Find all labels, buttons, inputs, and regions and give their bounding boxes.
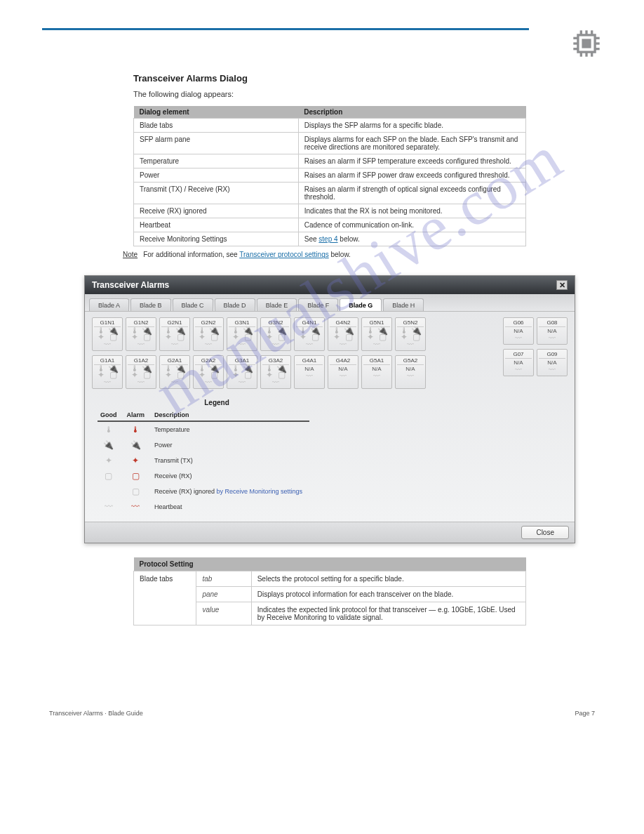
legend-th-desc: Description <box>152 409 309 421</box>
spec-desc: Raises an alarm if SFP temperature excee… <box>298 154 525 168</box>
legend-good-icon: 🔌 <box>98 437 124 453</box>
tab-blade-a[interactable]: Blade A <box>89 298 129 311</box>
legend-th-alarm: Alarm <box>124 409 152 421</box>
tab-blade-h[interactable]: Blade H <box>383 298 424 311</box>
legend-alarm-icon: 〰 <box>124 499 152 515</box>
sfp-card-g3n2[interactable]: G3N2🌡🔌✦▢〰 <box>260 317 291 351</box>
transceiver-alarms-dialog: Transceiver Alarms ✕ Blade ABlade BBlade… <box>84 275 575 543</box>
proto-kind: value <box>196 602 251 626</box>
sfp-card-g07[interactable]: G07N/A〰 <box>503 349 534 376</box>
spec-desc: Displays alarms for each SFP on the blad… <box>298 133 525 154</box>
sfp-card-g3a2[interactable]: G3A2🌡🔌✦▢〰 <box>260 355 291 389</box>
spec-key: Heartbeat <box>134 218 299 232</box>
proto-kind: tab <box>196 571 251 587</box>
section-heading: Transceiver Alarms Dialog <box>133 73 602 84</box>
spec-key: Blade tabs <box>134 119 299 133</box>
spec-desc: Indicates that the RX is not being monit… <box>298 204 525 218</box>
intro-text: The following dialog appears: <box>133 89 560 99</box>
footer-left: Transceiver Alarms · Blade Guide <box>49 710 143 717</box>
sfp-card-g2n2[interactable]: G2N2🌡🔌✦▢〰 <box>193 317 224 351</box>
sfp-card-g2n1[interactable]: G2N1🌡🔌✦▢〰 <box>159 317 190 351</box>
legend-alarm-icon: ▢ <box>124 468 152 484</box>
legend-desc: Power <box>152 437 309 453</box>
spec-key: Temperature <box>134 154 299 168</box>
legend-alarm-icon: ▢ <box>124 484 152 499</box>
legend-good-icon <box>98 484 124 499</box>
spec-desc: Raises an alarm if SFP power draw exceed… <box>298 168 525 183</box>
spec-th-element: Dialog element <box>134 106 299 119</box>
sfp-card-g3a1[interactable]: G3A1🌡🔌✦▢〰 <box>227 355 257 389</box>
step-link[interactable]: step 4 <box>318 235 337 243</box>
sfp-card-g2a2[interactable]: G2A2🌡🔌✦▢〰 <box>193 355 224 389</box>
sfp-card-g1a2[interactable]: G1A2🌡🔌✦▢〰 <box>126 355 156 389</box>
spec-desc: See step 4 below. <box>298 232 525 246</box>
legend-desc: Heartbeat <box>152 499 309 515</box>
sfp-card-g1a1[interactable]: G1A1🌡🔌✦▢〰 <box>92 355 123 389</box>
spec-key: SFP alarm pane <box>134 133 299 154</box>
header-rule <box>42 28 529 30</box>
chip-icon <box>571 28 602 60</box>
sfp-card-g4a1[interactable]: G4A1N/A〰 <box>294 355 325 389</box>
spec-th-desc: Description <box>298 106 525 119</box>
legend-desc: Temperature <box>152 421 309 437</box>
sfp-card-g5n2[interactable]: G5N2🌡🔌✦▢〰 <box>395 317 426 351</box>
legend-good-icon: ✦ <box>98 453 124 468</box>
sfp-card-g1n2[interactable]: G1N2🌡🔌✦▢〰 <box>126 317 156 351</box>
sfp-card-g09[interactable]: G09N/A〰 <box>537 349 568 376</box>
spec-table: Dialog element Description Blade tabsDis… <box>133 106 526 246</box>
sfp-card-g5a2[interactable]: G5A2N/A〰 <box>395 355 426 389</box>
spec-desc: Cadence of communication on-link. <box>298 218 525 232</box>
spec-key: Receive Monitoring Settings <box>134 232 299 246</box>
note-text: For additional information, see Transcei… <box>143 251 351 258</box>
sfp-card-g06[interactable]: G06N/A〰 <box>503 317 534 345</box>
spec-desc: Raises an alarm if strength of optical s… <box>298 183 525 204</box>
sfp-card-g4n1[interactable]: G4N1🌡🔌✦▢〰 <box>294 317 325 351</box>
legend-title: Legend <box>98 399 336 406</box>
proto-kind: pane <box>196 587 251 602</box>
tab-blade-d[interactable]: Blade D <box>215 298 255 311</box>
tab-blade-f[interactable]: Blade F <box>298 298 338 311</box>
sfp-card-g5a1[interactable]: G5A1N/A〰 <box>361 355 392 389</box>
tab-blade-g[interactable]: Blade G <box>340 298 382 311</box>
tab-blade-e[interactable]: Blade E <box>257 298 297 311</box>
footer-right: Page 7 <box>575 710 595 717</box>
proto-desc: Displays protocol information for each t… <box>251 587 525 602</box>
close-button[interactable]: Close <box>521 526 569 539</box>
note-label: Note <box>123 251 137 258</box>
spec-desc: Displays the SFP alarms for a specific b… <box>298 119 525 133</box>
sfp-card-g2a1[interactable]: G2A1🌡🔌✦▢〰 <box>159 355 190 389</box>
tab-blade-c[interactable]: Blade C <box>173 298 213 311</box>
note-link[interactable]: Transceiver protocol settings <box>239 251 328 258</box>
legend-alarm-icon: ✦ <box>124 453 152 468</box>
spec-key: Power <box>134 168 299 183</box>
legend-table: Good Alarm Description 🌡🌡Temperature🔌🔌Po… <box>98 409 309 515</box>
dialog-title: Transceiver Alarms <box>92 280 169 290</box>
sfp-card-g4a2[interactable]: G4A2N/A〰 <box>328 355 358 389</box>
spec-key: Transmit (TX) / Receive (RX) <box>134 183 299 204</box>
sfp-card-g3n1[interactable]: G3N1🌡🔌✦▢〰 <box>227 317 257 351</box>
legend-good-icon: 〰 <box>98 499 124 515</box>
protocol-table: Protocol Setting Blade tabstabSelects th… <box>133 557 526 626</box>
spec-key: Receive (RX) ignored <box>134 204 299 218</box>
legend-desc: Receive (RX) <box>152 468 309 484</box>
sfp-card-g5n1[interactable]: G5N1🌡🔌✦▢〰 <box>361 317 392 351</box>
legend-alarm-icon: 🔌 <box>124 437 152 453</box>
sfp-card-g08[interactable]: G08N/A〰 <box>537 317 568 345</box>
svg-rect-1 <box>582 39 591 48</box>
proto-desc: Selects the protocol setting for a speci… <box>251 571 525 587</box>
legend-alarm-icon: 🌡 <box>124 421 152 437</box>
proto-desc: Indicates the expected link protocol for… <box>251 602 525 626</box>
proto-first: Blade tabs <box>134 571 196 626</box>
legend-desc: Transmit (TX) <box>152 453 309 468</box>
proto-th: Protocol Setting <box>134 557 526 571</box>
rx-monitor-link[interactable]: by Receive Monitoring settings <box>217 488 303 495</box>
legend-th-good: Good <box>98 409 124 421</box>
close-icon[interactable]: ✕ <box>556 280 568 290</box>
sfp-card-g4n2[interactable]: G4N2🌡🔌✦▢〰 <box>328 317 358 351</box>
legend-good-icon: ▢ <box>98 468 124 484</box>
legend-good-icon: 🌡 <box>98 421 124 437</box>
sfp-card-g1n1[interactable]: G1N1🌡🔌✦▢〰 <box>92 317 123 351</box>
legend-desc: Receive (RX) ignored by Receive Monitori… <box>152 484 309 499</box>
tab-blade-b[interactable]: Blade B <box>130 298 171 311</box>
